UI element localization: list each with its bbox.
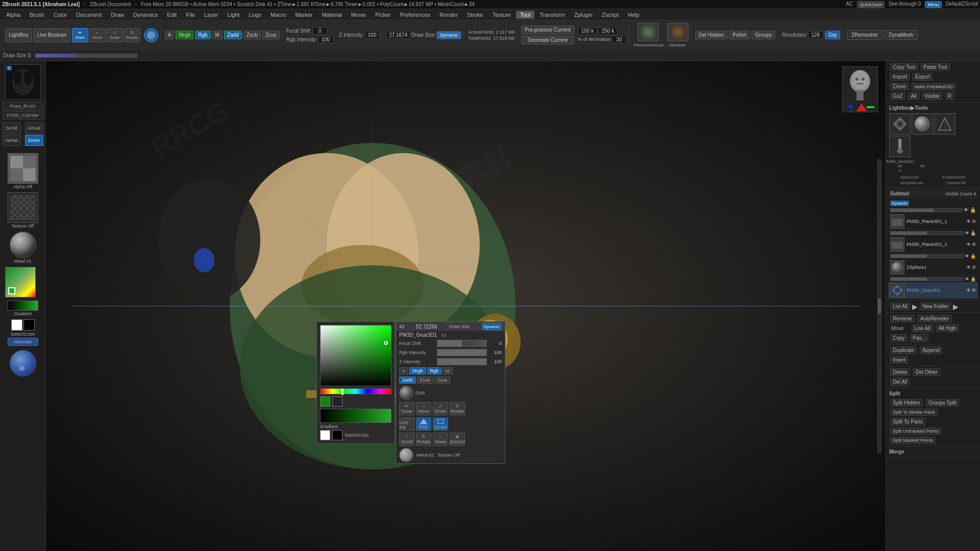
- subtool-item-gear[interactable]: PM3D_Gear3D1 👁 ⚙: [888, 282, 978, 299]
- mini-rotate-nav-icon[interactable]: ↻ Rotate: [416, 433, 431, 446]
- copy-tool-btn[interactable]: Copy Tool: [890, 63, 918, 71]
- plane1-eye2[interactable]: 👁: [965, 231, 969, 236]
- plane1-eye[interactable]: 👁: [966, 219, 971, 224]
- zsphere-settings[interactable]: ⚙: [972, 265, 976, 270]
- mini-focal-slider[interactable]: [437, 340, 487, 347]
- dynamic-btn[interactable]: Dynamic: [436, 31, 461, 39]
- menu-file[interactable]: File: [182, 11, 199, 19]
- mini-zsub-btn[interactable]: Zsub: [417, 377, 433, 384]
- menu-texture[interactable]: Texture: [488, 11, 515, 19]
- brush-name-label[interactable]: Rope_Brush: [3, 102, 43, 110]
- del-other-btn[interactable]: Del Other: [913, 368, 940, 376]
- mrgb-tab[interactable]: Mrgb: [176, 31, 193, 39]
- split-hidden-btn[interactable]: Split Hidden: [890, 399, 923, 407]
- folder-arrow-icon[interactable]: ▶: [953, 303, 959, 311]
- plane2-eye[interactable]: 👁: [966, 242, 971, 247]
- mini-zadd-btn[interactable]: Zadd: [399, 377, 416, 384]
- delete-btn[interactable]: Delete: [890, 368, 910, 376]
- actual-btn[interactable]: Actual: [25, 122, 43, 134]
- visible-btn[interactable]: Visible: [922, 92, 942, 100]
- gear-tool-thumb[interactable]: [889, 113, 911, 135]
- m-tab[interactable]: M: [212, 31, 223, 39]
- draw-size-slider[interactable]: [35, 54, 137, 58]
- new-folder-btn[interactable]: New Folder: [920, 303, 951, 310]
- split-unmasked-btn[interactable]: Split Unmasked Points: [890, 428, 942, 435]
- mini-rgb-tab[interactable]: Rgb: [427, 367, 442, 374]
- subtool-lock-icon[interactable]: 🔒: [970, 207, 976, 213]
- subtool-slider[interactable]: [890, 208, 963, 212]
- subtool-item-plane1[interactable]: PM3D_Plane3D1_1 👁 ⚙: [888, 213, 978, 230]
- del-hidden-btn[interactable]: Del Hidden: [695, 31, 727, 39]
- menu-transform[interactable]: Transform: [535, 11, 569, 19]
- mini-a-tab[interactable]: A: [399, 367, 408, 374]
- scale-mode-btn[interactable]: ⤢Scale: [107, 28, 123, 42]
- menu-alpha[interactable]: Alpha: [2, 11, 24, 19]
- menu-dynamics[interactable]: Dynamics: [129, 11, 162, 19]
- brush-thumbnail[interactable]: 2: [5, 64, 41, 100]
- menu-marker[interactable]: Marker: [291, 11, 316, 19]
- zsphere-lock2[interactable]: 🔒: [970, 277, 976, 282]
- duplicate-btn[interactable]: Duplicate: [890, 346, 917, 354]
- mini-move-nav-icon[interactable]: ↔ Move: [433, 433, 448, 446]
- 3d-scene[interactable]: RRCG RRCG 人人素材: [46, 61, 886, 551]
- menu-brush[interactable]: Brush: [26, 11, 48, 19]
- lightbox-btn[interactable]: LightBox: [5, 28, 32, 42]
- background-color[interactable]: [23, 319, 35, 331]
- mini-z-slider[interactable]: [437, 358, 487, 365]
- scroll-btn[interactable]: Scroll: [3, 122, 21, 134]
- menu-color[interactable]: Color: [50, 11, 71, 19]
- plane1-settings[interactable]: ⚙: [972, 219, 976, 224]
- prev-color-swatch[interactable]: [332, 396, 342, 407]
- mini-zoomd-icon[interactable]: ⊕ ZoomD: [450, 433, 465, 446]
- mini-m-tab[interactable]: M: [443, 367, 453, 374]
- split-similar-btn[interactable]: Split To Similar Parts: [890, 409, 938, 416]
- grp-btn[interactable]: Grp: [825, 31, 841, 39]
- mini-material-sphere[interactable]: [399, 448, 413, 462]
- fg-color-mini[interactable]: [320, 430, 330, 440]
- split-parts-btn[interactable]: Split To Parts: [890, 418, 925, 425]
- menu-zscript[interactable]: Zscript: [598, 11, 623, 19]
- mini-zcus-btn[interactable]: Zcus: [434, 377, 451, 384]
- menu-document[interactable]: Document: [72, 11, 106, 19]
- preprocess-btn[interactable]: Pre-process Current: [521, 26, 574, 34]
- mini-rotate-icon[interactable]: ↻ Rotate: [450, 402, 465, 415]
- quicksave-btn[interactable]: QuickSave: [857, 1, 885, 8]
- gradient-preview[interactable]: [320, 409, 391, 423]
- material-sphere[interactable]: [10, 232, 36, 258]
- alpha-thumbnail[interactable]: [8, 153, 38, 184]
- zmodeler-icon[interactable]: [667, 23, 689, 41]
- plane2-slider[interactable]: [890, 254, 964, 258]
- aahar-btn[interactable]: AaHar: [3, 135, 21, 146]
- make-polymesh-btn[interactable]: Make PolyMesh3D: [912, 83, 955, 90]
- all-btn[interactable]: All: [908, 92, 919, 100]
- mini-dynamic-btn[interactable]: Dynamic: [482, 323, 502, 330]
- current-color-swatch[interactable]: [320, 396, 330, 407]
- bg-color-mini[interactable]: [332, 430, 342, 440]
- menu-movie[interactable]: Movie: [347, 11, 370, 19]
- gear-eye[interactable]: 👁: [966, 288, 971, 293]
- menu-draw[interactable]: Draw: [107, 11, 128, 19]
- zoom-btn[interactable]: Zoom: [25, 135, 43, 146]
- zadd-tab[interactable]: Zadd: [224, 31, 242, 39]
- split-masked-btn[interactable]: Split Masked Points: [890, 437, 936, 444]
- draw-mode-btn[interactable]: ✏Draw: [72, 28, 88, 42]
- color-spectrum[interactable]: [320, 325, 391, 386]
- zoom-slider-thumb[interactable]: [878, 298, 881, 314]
- menu-btn[interactable]: Menu: [925, 1, 942, 8]
- list-all-btn[interactable]: List All: [890, 303, 910, 310]
- menu-zplugin[interactable]: Zplugin: [570, 11, 597, 19]
- rgb-tab[interactable]: Rgb: [195, 31, 210, 39]
- groups-split-btn[interactable]: Groups Split: [926, 399, 959, 407]
- mini-scroll-nav-icon[interactable]: ↕ Scroll: [399, 433, 414, 446]
- plane2-eye2[interactable]: 👁: [965, 254, 969, 259]
- menu-material[interactable]: Material: [318, 11, 346, 19]
- simplebrush-tool-thumb[interactable]: [889, 136, 911, 157]
- zoom-slider-track[interactable]: [877, 159, 881, 453]
- insert-btn[interactable]: Insert: [890, 356, 908, 364]
- menu-stroke[interactable]: Stroke: [463, 11, 487, 19]
- menu-logo[interactable]: Logo: [244, 11, 265, 19]
- zsphere-eye[interactable]: 👁: [966, 265, 971, 270]
- a-tab[interactable]: A: [165, 31, 175, 39]
- export-btn[interactable]: Export: [913, 73, 933, 81]
- plane1-lock2[interactable]: 🔒: [970, 231, 976, 236]
